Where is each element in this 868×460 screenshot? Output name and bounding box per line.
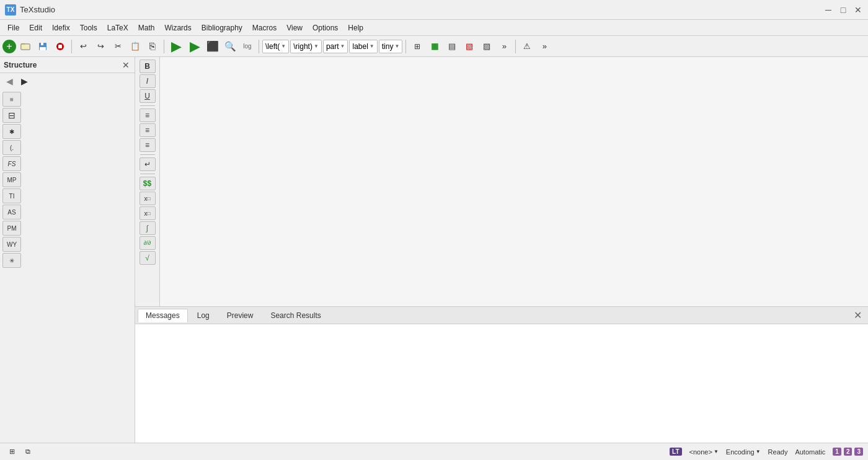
more2-button[interactable]: » <box>536 38 552 55</box>
status-bottom-icons: ⊞ ⧉ <box>5 445 35 459</box>
bottom-tabs: Messages Log Preview Search Results ✕ <box>135 307 868 324</box>
menu-help[interactable]: Help <box>343 22 368 33</box>
struct-list-btn[interactable]: ≡ <box>2 92 21 107</box>
svg-rect-7 <box>58 45 62 48</box>
right-bracket-dropdown[interactable]: \right) ▼ <box>290 40 322 53</box>
size-dropdown[interactable]: tiny ▼ <box>379 40 403 53</box>
menu-latex[interactable]: LaTeX <box>102 22 133 33</box>
open-button[interactable] <box>17 38 33 55</box>
cut-button[interactable]: ✂ <box>110 38 126 55</box>
bold-button[interactable]: B <box>140 60 156 73</box>
nav-back-button[interactable]: ◀ <box>2 74 16 88</box>
menu-options[interactable]: Options <box>308 22 343 33</box>
save-button[interactable] <box>35 38 51 55</box>
table-row-add-button[interactable]: ▤ <box>444 38 460 55</box>
svg-rect-5 <box>40 47 46 50</box>
superscript-button[interactable]: x□ <box>140 192 156 205</box>
italic-button[interactable]: I <box>140 74 156 88</box>
tab-search-results[interactable]: Search Results <box>262 309 329 322</box>
redo-button[interactable]: ↪ <box>92 38 108 55</box>
status-bar: ⊞ ⧉ LT <none> ▼ Encoding ▼ Ready Automat… <box>0 443 868 460</box>
subscript-button[interactable]: x□ <box>140 206 156 220</box>
status-automatic: Automatic <box>795 448 825 456</box>
menu-file[interactable]: File <box>2 22 24 33</box>
newline-button[interactable]: ↵ <box>140 157 156 171</box>
editor-area[interactable] <box>160 57 868 306</box>
struct-pm-btn[interactable]: PM <box>2 221 21 236</box>
undo-button[interactable]: ↩ <box>75 38 91 55</box>
separator-3 <box>259 40 259 53</box>
add-button[interactable]: + <box>2 40 16 53</box>
log-button[interactable]: log <box>239 38 255 55</box>
underline-button[interactable]: U <box>140 89 156 103</box>
menu-math[interactable]: Math <box>133 22 160 33</box>
toolbar: + ↩ ↪ ✂ 📋 ⎘ ▶ ▶ ⬛ 🔍 log \left( ▼ \right)… <box>0 36 868 57</box>
table-col-add-button[interactable]: ▦ <box>427 38 443 55</box>
ready-label: Ready <box>768 448 788 456</box>
struct-paren-btn[interactable]: (. <box>2 140 21 155</box>
stop-compile-button[interactable]: ⬛ <box>205 38 221 55</box>
stop-button[interactable] <box>52 38 68 55</box>
integral-button[interactable]: ∫ <box>140 221 156 235</box>
tab-preview[interactable]: Preview <box>219 309 262 322</box>
more-button[interactable]: » <box>496 38 512 55</box>
menu-edit[interactable]: Edit <box>24 22 47 33</box>
align-right-button[interactable]: ≡ <box>140 138 156 152</box>
table-insert-button[interactable]: ⊞ <box>409 38 425 55</box>
status-icon-2[interactable]: ⧉ <box>21 445 35 459</box>
math-inline-button[interactable]: $$ <box>140 177 156 190</box>
fmt-sep-2 <box>140 154 155 155</box>
menu-bibliography[interactable]: Bibliography <box>197 22 247 33</box>
struct-mp-btn[interactable]: MP <box>2 172 21 187</box>
maximize-button[interactable]: □ <box>838 5 848 15</box>
structure-close-button[interactable]: ✕ <box>121 60 131 70</box>
part-value: part <box>326 42 339 51</box>
label-dropdown[interactable]: label ▼ <box>349 40 377 53</box>
table-col-del-button[interactable]: ▧ <box>461 38 477 55</box>
badge-3: 3 <box>854 448 863 456</box>
structure-panel: Structure ✕ ◀ ▶ ≡ ⊟ ✱ (. FS MP TI AS PM … <box>0 57 135 443</box>
tab-log[interactable]: Log <box>189 309 218 322</box>
part-dropdown[interactable]: part ▼ <box>323 40 348 53</box>
menu-wizards[interactable]: Wizards <box>159 22 196 33</box>
title-text: TeXstudio <box>20 5 55 14</box>
bottom-content <box>135 324 868 443</box>
menu-view[interactable]: View <box>281 22 308 33</box>
left-bracket-dropdown[interactable]: \left( ▼ <box>262 40 289 53</box>
tab-messages[interactable]: Messages <box>138 309 188 322</box>
struct-asterisk-btn[interactable]: ✱ <box>2 124 21 139</box>
close-button[interactable]: ✕ <box>853 5 863 15</box>
error-button[interactable]: ⚠ <box>519 38 535 55</box>
bottom-panel-close-button[interactable]: ✕ <box>850 308 866 322</box>
structure-content: ≡ ⊟ ✱ (. FS MP TI AS PM WY ✳ <box>0 89 135 443</box>
nav-arrows: ◀ ▶ <box>0 73 135 89</box>
struct-as-btn[interactable]: AS <box>2 205 21 219</box>
align-left-button[interactable]: ≡ <box>140 108 156 122</box>
nav-forward-button[interactable]: ▶ <box>17 74 31 88</box>
copy-button[interactable]: ⎘ <box>144 38 161 55</box>
paste-button[interactable]: 📋 <box>127 38 143 55</box>
structure-header: Structure ✕ <box>0 57 135 73</box>
menu-macros[interactable]: Macros <box>247 22 281 33</box>
compile-run-button[interactable]: ▶ <box>167 38 185 55</box>
struct-fs-btn[interactable]: FS <box>2 156 21 171</box>
size-value: tiny <box>382 42 394 51</box>
struct-bookmark-btn[interactable]: ⊟ <box>2 108 21 123</box>
separator-5 <box>515 40 516 53</box>
none-dropdown[interactable]: <none> ▼ <box>689 448 719 456</box>
menu-tools[interactable]: Tools <box>75 22 102 33</box>
run-button[interactable]: ▶ <box>186 38 203 55</box>
status-icon-1[interactable]: ⊞ <box>5 445 19 459</box>
align-center-button[interactable]: ≡ <box>140 123 156 137</box>
struct-star-btn[interactable]: ✳ <box>2 253 21 268</box>
label-value: label <box>352 42 368 51</box>
search-button[interactable]: 🔍 <box>222 38 238 55</box>
struct-ti-btn[interactable]: TI <box>2 188 21 203</box>
minimize-button[interactable]: ─ <box>823 5 833 15</box>
table-more-button[interactable]: ▨ <box>479 38 495 55</box>
sqrt-button[interactable]: √ <box>140 251 156 265</box>
fraction-button[interactable]: ∂/∂ <box>140 236 156 250</box>
encoding-dropdown[interactable]: Encoding ▼ <box>726 448 761 456</box>
struct-wy-btn[interactable]: WY <box>2 237 21 252</box>
menu-idefix[interactable]: Idefix <box>47 22 75 33</box>
